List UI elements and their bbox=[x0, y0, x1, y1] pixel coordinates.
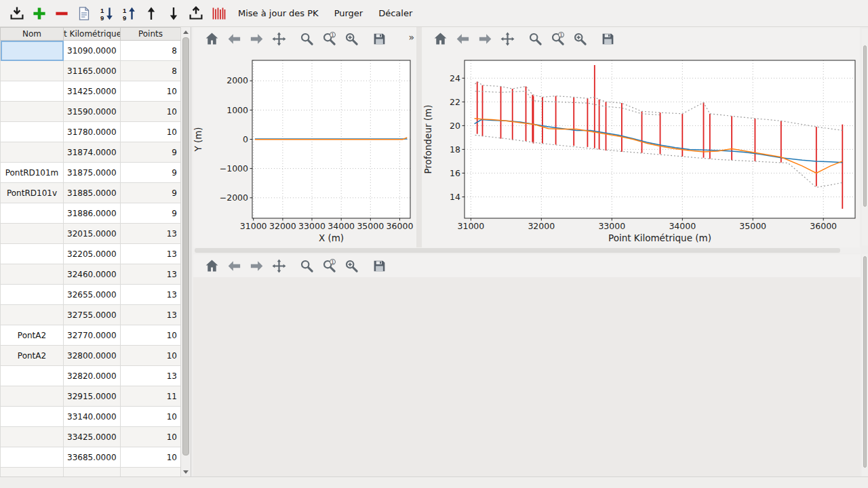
zoom-button[interactable] bbox=[526, 30, 544, 47]
move-up-button[interactable] bbox=[141, 3, 161, 24]
pan-button[interactable] bbox=[270, 257, 288, 274]
cell-point-kilometrique[interactable]: 32655.0000 bbox=[64, 285, 121, 305]
cell-points[interactable]: 10 bbox=[121, 81, 181, 102]
forward-button[interactable] bbox=[248, 257, 265, 274]
zoom-button[interactable] bbox=[298, 30, 315, 47]
sort-ascending-button[interactable]: 19 bbox=[119, 3, 139, 24]
plots-scrollbar-thumb[interactable] bbox=[863, 45, 867, 207]
table-row[interactable]: PontRD101m 31875.0000 9 bbox=[1, 163, 181, 183]
cell-points[interactable]: 10 bbox=[121, 102, 181, 122]
cell-nom[interactable] bbox=[1, 203, 64, 224]
cell-nom[interactable]: PontA2 bbox=[1, 346, 64, 366]
cell-nom[interactable] bbox=[1, 264, 64, 285]
table-row[interactable]: 31874.0000 9 bbox=[1, 142, 181, 163]
zoom-one-button[interactable]: 1 bbox=[320, 30, 338, 47]
cell-points[interactable]: 10 bbox=[121, 447, 181, 468]
table-row[interactable] bbox=[1, 468, 181, 477]
cell-point-kilometrique[interactable]: 31590.0000 bbox=[64, 102, 121, 122]
sort-descending-button[interactable]: 19 bbox=[96, 3, 117, 24]
toolbar-overflow-chevron[interactable]: » bbox=[408, 32, 414, 43]
cell-point-kilometrique[interactable]: 31165.0000 bbox=[64, 61, 121, 81]
table-row[interactable]: 32755.0000 13 bbox=[1, 305, 181, 325]
cell-points[interactable]: 9 bbox=[121, 203, 181, 224]
table-row[interactable]: 31886.0000 9 bbox=[1, 203, 181, 224]
cell-points[interactable]: 13 bbox=[121, 366, 181, 386]
table-row[interactable]: PontRD101v 31885.0000 9 bbox=[1, 183, 181, 203]
cell-point-kilometrique[interactable]: 32460.0000 bbox=[64, 264, 121, 285]
purger-button[interactable]: Purger bbox=[328, 5, 370, 22]
home-button[interactable] bbox=[431, 30, 449, 47]
table-row[interactable]: 32460.0000 13 bbox=[1, 264, 181, 285]
table-row[interactable]: 32655.0000 13 bbox=[1, 285, 181, 305]
decaler-button[interactable]: Décaler bbox=[372, 5, 418, 22]
cell-point-kilometrique[interactable]: 31875.0000 bbox=[64, 163, 121, 183]
pan-button[interactable] bbox=[270, 30, 288, 47]
cell-point-kilometrique[interactable] bbox=[64, 468, 121, 477]
table-row[interactable]: 31590.0000 10 bbox=[1, 102, 181, 122]
table-row[interactable]: 31780.0000 10 bbox=[1, 122, 181, 142]
plots-splitter[interactable] bbox=[416, 27, 422, 247]
cell-points[interactable]: 13 bbox=[121, 244, 181, 264]
cell-points[interactable]: 10 bbox=[121, 122, 181, 142]
longitudinal-profile-chart[interactable]: 3100032000330003400035000360001416182022… bbox=[422, 50, 859, 247]
cell-nom[interactable]: PontRD101m bbox=[1, 163, 64, 183]
remove-section-button[interactable] bbox=[52, 3, 72, 24]
plots-scrollbar[interactable] bbox=[862, 29, 868, 245]
cell-nom[interactable] bbox=[1, 447, 64, 468]
column-header-points[interactable]: Points bbox=[121, 28, 181, 41]
save-button[interactable] bbox=[599, 30, 616, 47]
zoom-plus-button[interactable] bbox=[342, 30, 360, 47]
cell-points[interactable]: 9 bbox=[121, 142, 181, 163]
table-row[interactable]: 33425.0000 10 bbox=[1, 427, 181, 447]
forward-button[interactable] bbox=[248, 30, 265, 47]
bottom-scrollbar-thumb[interactable] bbox=[863, 256, 867, 468]
back-button[interactable] bbox=[225, 257, 243, 274]
pan-button[interactable] bbox=[498, 30, 516, 47]
zoom-plus-button[interactable] bbox=[342, 257, 360, 274]
table-row[interactable]: 32015.0000 13 bbox=[1, 224, 181, 244]
cell-point-kilometrique[interactable]: 31886.0000 bbox=[64, 203, 121, 224]
scroll-up-icon[interactable] bbox=[181, 27, 191, 37]
move-down-button[interactable] bbox=[163, 3, 184, 24]
scroll-down-icon[interactable] bbox=[181, 467, 191, 476]
table-row[interactable]: PontA2 32800.0000 10 bbox=[1, 346, 181, 366]
cross-sections-button[interactable] bbox=[208, 3, 229, 24]
cell-nom[interactable] bbox=[1, 386, 64, 407]
cell-point-kilometrique[interactable]: 32015.0000 bbox=[64, 224, 121, 244]
cell-points[interactable]: 13 bbox=[121, 285, 181, 305]
cell-nom[interactable] bbox=[1, 102, 64, 122]
cell-points[interactable]: 10 bbox=[121, 325, 181, 346]
cell-nom[interactable] bbox=[1, 407, 64, 427]
home-button[interactable] bbox=[203, 257, 220, 274]
cell-point-kilometrique[interactable]: 32205.0000 bbox=[64, 244, 121, 264]
zoom-plus-button[interactable] bbox=[571, 30, 589, 47]
cell-points[interactable] bbox=[121, 468, 181, 477]
back-button[interactable] bbox=[454, 30, 471, 47]
column-header-point-kilometrique[interactable]: t Kilométrique bbox=[64, 28, 121, 41]
zoom-one-button[interactable]: 1 bbox=[549, 30, 566, 47]
cell-points[interactable]: 11 bbox=[121, 386, 181, 407]
cell-nom[interactable] bbox=[1, 366, 64, 386]
cell-nom[interactable] bbox=[1, 285, 64, 305]
cell-nom[interactable] bbox=[1, 224, 64, 244]
cell-nom[interactable] bbox=[1, 142, 64, 163]
cell-point-kilometrique[interactable]: 33425.0000 bbox=[64, 427, 121, 447]
cell-nom[interactable] bbox=[1, 122, 64, 142]
cell-nom[interactable]: PontRD101v bbox=[1, 183, 64, 203]
table-scrollbar-thumb[interactable] bbox=[182, 37, 189, 455]
back-button[interactable] bbox=[225, 30, 243, 47]
edit-section-button[interactable] bbox=[74, 3, 94, 24]
save-button[interactable] bbox=[370, 30, 388, 47]
zoom-button[interactable] bbox=[298, 257, 315, 274]
table-row[interactable]: 31425.0000 10 bbox=[1, 81, 181, 102]
cell-point-kilometrique[interactable]: 31885.0000 bbox=[64, 183, 121, 203]
cell-nom[interactable] bbox=[1, 427, 64, 447]
cell-points[interactable]: 9 bbox=[121, 163, 181, 183]
zoom-one-button[interactable]: 1 bbox=[320, 257, 338, 274]
bottom-scrollbar[interactable] bbox=[862, 254, 868, 476]
import-button[interactable] bbox=[7, 3, 27, 24]
table-row[interactable]: 32915.0000 11 bbox=[1, 386, 181, 407]
mise-a-jour-pk-button[interactable]: Mise à jour des PK bbox=[232, 5, 325, 22]
cell-point-kilometrique[interactable]: 33140.0000 bbox=[64, 407, 121, 427]
column-header-nom[interactable]: Nom bbox=[1, 28, 64, 41]
